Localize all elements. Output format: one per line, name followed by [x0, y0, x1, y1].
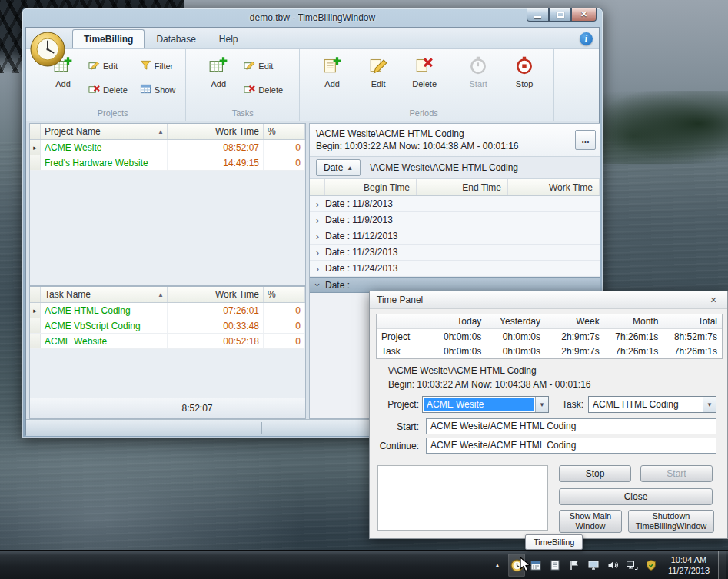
filter-funnel-icon	[140, 59, 151, 72]
tab-timebilling[interactable]: TimeBilling	[72, 29, 145, 48]
periods-edit-button[interactable]: Edit	[360, 51, 397, 91]
show-main-window-button[interactable]: Show Main Window	[559, 510, 622, 533]
expand-icon[interactable]: ›	[310, 248, 325, 258]
column-header-begin-time[interactable]: Begin Time	[325, 179, 417, 195]
grouping-bar: Date▲ \ACME Wesite\ACME HTML Coding	[310, 157, 600, 179]
task-row[interactable]: ACME VbScript Coding 00:33:48 0	[30, 318, 305, 334]
clock-time: 10:04 AM	[662, 554, 716, 565]
tasks-grid-footer: 8:52:07	[29, 398, 306, 419]
column-header-work-time[interactable]: Work Time	[168, 124, 264, 139]
window-title: demo.tbw - TimeBillingWindow	[250, 12, 375, 23]
column-header-percent[interactable]: %	[264, 124, 305, 139]
periods-stop-button[interactable]: Stop	[506, 51, 543, 91]
period-group-row[interactable]: › Date : 11/9/2013	[310, 212, 600, 228]
stop-button[interactable]: Stop	[559, 465, 631, 482]
projects-show-button[interactable]: Show	[136, 81, 180, 98]
close-button[interactable]: ✕	[571, 8, 597, 22]
period-group-row[interactable]: › Date : 11/8/2013	[310, 196, 600, 212]
tasks-group-label: Tasks	[191, 108, 294, 121]
column-header-work-time[interactable]: Work Time	[168, 287, 264, 302]
expand-icon[interactable]: ›	[310, 199, 325, 209]
action-center-flag-icon[interactable]	[566, 554, 583, 577]
periods-start-button[interactable]: Start	[460, 51, 497, 91]
group-by-date-button[interactable]: Date▲	[316, 159, 361, 176]
titlebar[interactable]: demo.tbw - TimeBillingWindow ✕	[25, 8, 600, 27]
expand-icon[interactable]: ›	[310, 264, 325, 274]
project-row[interactable]: Fred's Hardware Website 14:49:15 0	[30, 155, 305, 171]
chevron-down-icon[interactable]: ▼	[703, 397, 716, 412]
period-group-label: Date : 11/23/2013	[325, 247, 398, 258]
start-field[interactable]: ACME Wesite/ACME HTML Coding	[426, 418, 716, 434]
collapse-icon[interactable]: ›	[313, 278, 323, 293]
projects-filter-button[interactable]: Filter	[136, 57, 180, 75]
tasks-edit-button[interactable]: Edit	[240, 57, 287, 75]
sort-asc-icon: ▲	[158, 291, 164, 298]
project-select-value: ACME Wesite	[424, 398, 534, 411]
show-desktop-button[interactable]	[718, 551, 726, 579]
close-icon[interactable]: ✕	[706, 295, 720, 305]
maximize-button[interactable]	[549, 8, 571, 22]
column-header-work-time[interactable]: Work Time	[508, 179, 600, 195]
column-header-percent[interactable]: %	[264, 287, 305, 302]
periods-grid-header: Begin Time End Time Work Time	[310, 179, 600, 196]
period-list-box[interactable]	[377, 465, 548, 531]
tab-help[interactable]: Help	[208, 29, 250, 48]
volume-tray-icon[interactable]	[604, 554, 621, 577]
add-table-icon	[208, 55, 228, 77]
security-shield-icon[interactable]	[643, 554, 660, 577]
taskbar-clock[interactable]: 10:04 AM 11/27/2013	[662, 554, 716, 576]
wallpaper-trees	[593, 91, 728, 164]
show-hidden-icons-button[interactable]: ▲	[489, 554, 506, 577]
period-group-row[interactable]: › Date : 11/12/2013	[310, 228, 600, 245]
row-indicator-column	[30, 287, 41, 302]
expand-icon[interactable]: ›	[310, 215, 325, 225]
tasks-grid: Task Name▲ Work Time % ▸ ACME HTML Codin…	[29, 286, 306, 398]
close-dialog-button[interactable]: Close	[559, 488, 713, 505]
network-tray-icon[interactable]	[623, 554, 640, 577]
taskbar[interactable]: ▲	[0, 550, 728, 579]
expand-icon[interactable]: ›	[310, 231, 325, 241]
period-group-row[interactable]: › Date : 11/24/2013	[310, 261, 600, 277]
time-panel-titlebar[interactable]: Time Panel ✕	[370, 291, 727, 309]
summary-row-project: Project 0h:0m:0s 0h:0m:0s 2h:9m:7s 7h:26…	[377, 329, 722, 344]
task-row[interactable]: ACME Website 00:52:18 0	[30, 334, 305, 349]
period-group-row[interactable]: › Date : 11/23/2013	[310, 245, 600, 261]
ribbon: Add Edit Delete	[26, 49, 599, 121]
edit-pencil-icon	[88, 59, 100, 72]
minimize-button[interactable]	[527, 8, 549, 22]
edit-pencil-icon	[244, 59, 255, 72]
task-label: Task:	[540, 399, 583, 410]
column-header-project-name[interactable]: Project Name▲	[41, 124, 168, 139]
project-row[interactable]: ▸ ACME Wesite 08:52:07 0	[30, 140, 305, 155]
current-row-icon: ▸	[33, 144, 37, 151]
periods-add-button[interactable]: Add	[314, 51, 351, 91]
projects-edit-button[interactable]: Edit	[85, 57, 131, 75]
start-button[interactable]: Start	[640, 465, 713, 482]
periods-delete-button[interactable]: Delete	[406, 51, 443, 91]
delete-x-icon	[414, 55, 434, 77]
continue-field[interactable]: ACME Wesite/ACME HTML Coding	[426, 438, 716, 454]
continue-label: Continue:	[373, 441, 419, 451]
period-group-label: Date : 11/8/2013	[325, 198, 393, 209]
project-select[interactable]: ACME Wesite ▼	[422, 396, 549, 413]
display-tray-icon[interactable]	[585, 554, 602, 577]
app-icon[interactable]	[29, 31, 66, 68]
more-options-button[interactable]: ...	[575, 130, 596, 150]
tab-database[interactable]: Database	[145, 29, 207, 48]
task-select[interactable]: ACME HTML Coding ▼	[588, 396, 716, 413]
time-panel-title: Time Panel	[377, 294, 423, 305]
expand-column	[310, 179, 325, 195]
column-header-task-name[interactable]: Task Name▲	[41, 287, 168, 302]
info-icon[interactable]: i	[580, 32, 593, 45]
column-header-end-time[interactable]: End Time	[417, 179, 508, 195]
mouse-cursor	[520, 557, 534, 576]
tasks-add-button[interactable]: Add	[200, 51, 237, 91]
projects-delete-button[interactable]: Delete	[85, 81, 131, 98]
shutdown-button[interactable]: Shutdown TimeBillingWindow	[628, 510, 714, 533]
tasks-delete-button[interactable]: Delete	[240, 81, 287, 98]
minimize-icon	[534, 16, 541, 18]
document-tray-icon[interactable]	[547, 554, 563, 577]
maximize-icon	[557, 12, 564, 18]
edit-pencil-icon	[368, 55, 388, 77]
task-row[interactable]: ▸ ACME HTML Coding 07:26:01 0	[30, 303, 305, 318]
